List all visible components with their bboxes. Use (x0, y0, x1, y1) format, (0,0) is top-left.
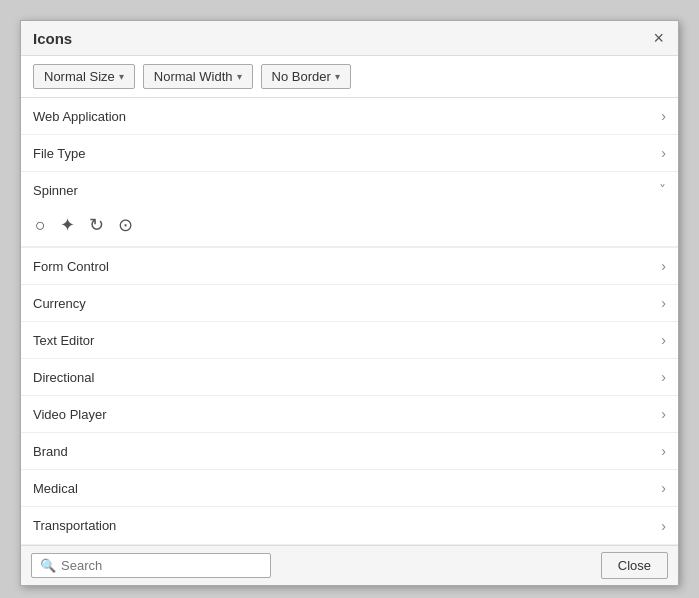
section-spinner: Spinner ˅ ○ ✦ ↻ ⊙ (21, 172, 678, 248)
section-form-control[interactable]: Form Control › (21, 248, 678, 285)
spinner-icons-row: ○ ✦ ↻ ⊙ (21, 208, 678, 247)
section-video-player-label: Video Player (33, 407, 106, 422)
toolbar: Normal Size ▾ Normal Width ▾ No Border ▾ (21, 56, 678, 98)
icons-dialog: Icons × Normal Size ▾ Normal Width ▾ No … (20, 20, 679, 586)
section-form-control-chevron-icon: › (661, 258, 666, 274)
section-spinner-header[interactable]: Spinner ˅ (21, 172, 678, 208)
section-brand-chevron-icon: › (661, 443, 666, 459)
section-transportation[interactable]: Transportation › (21, 507, 678, 545)
close-footer-button[interactable]: Close (601, 552, 668, 579)
spinner-icon-circle: ○ (35, 215, 46, 236)
section-currency[interactable]: Currency › (21, 285, 678, 322)
content-area: Web Application › File Type › Spinner ˅ … (21, 98, 678, 545)
spinner-icon-gear: ✦ (60, 214, 75, 236)
section-medical-chevron-icon: › (661, 480, 666, 496)
spinner-icon-refresh: ↻ (89, 214, 104, 236)
section-video-player[interactable]: Video Player › (21, 396, 678, 433)
section-text-editor[interactable]: Text Editor › (21, 322, 678, 359)
dialog-close-button[interactable]: × (651, 29, 666, 47)
footer: 🔍 Close (21, 545, 678, 585)
width-dropdown-button[interactable]: Normal Width ▾ (143, 64, 253, 89)
section-text-editor-label: Text Editor (33, 333, 94, 348)
section-currency-chevron-icon: › (661, 295, 666, 311)
border-dropdown-label: No Border (272, 69, 331, 84)
section-spinner-label: Spinner (33, 183, 78, 198)
section-form-control-label: Form Control (33, 259, 109, 274)
section-directional-chevron-icon: › (661, 369, 666, 385)
section-web-application[interactable]: Web Application › (21, 98, 678, 135)
section-directional[interactable]: Directional › (21, 359, 678, 396)
spinner-icon-dotted: ⊙ (118, 214, 133, 236)
search-icon: 🔍 (40, 558, 56, 573)
section-brand-label: Brand (33, 444, 68, 459)
section-file-type-label: File Type (33, 146, 86, 161)
section-brand[interactable]: Brand › (21, 433, 678, 470)
dialog-title: Icons (33, 30, 72, 47)
border-dropdown-arrow-icon: ▾ (335, 71, 340, 82)
section-transportation-chevron-icon: › (661, 518, 666, 534)
width-dropdown-label: Normal Width (154, 69, 233, 84)
section-spinner-chevron-icon: ˅ (659, 182, 666, 198)
section-web-application-chevron-icon: › (661, 108, 666, 124)
section-file-type[interactable]: File Type › (21, 135, 678, 172)
section-video-player-chevron-icon: › (661, 406, 666, 422)
section-medical-label: Medical (33, 481, 78, 496)
section-transportation-label: Transportation (33, 518, 116, 533)
border-dropdown-button[interactable]: No Border ▾ (261, 64, 351, 89)
section-directional-label: Directional (33, 370, 94, 385)
section-medical[interactable]: Medical › (21, 470, 678, 507)
size-dropdown-button[interactable]: Normal Size ▾ (33, 64, 135, 89)
section-web-application-label: Web Application (33, 109, 126, 124)
dialog-header: Icons × (21, 21, 678, 56)
search-input[interactable] (61, 558, 262, 573)
section-file-type-chevron-icon: › (661, 145, 666, 161)
size-dropdown-arrow-icon: ▾ (119, 71, 124, 82)
section-text-editor-chevron-icon: › (661, 332, 666, 348)
size-dropdown-label: Normal Size (44, 69, 115, 84)
width-dropdown-arrow-icon: ▾ (237, 71, 242, 82)
section-currency-label: Currency (33, 296, 86, 311)
search-box: 🔍 (31, 553, 271, 578)
